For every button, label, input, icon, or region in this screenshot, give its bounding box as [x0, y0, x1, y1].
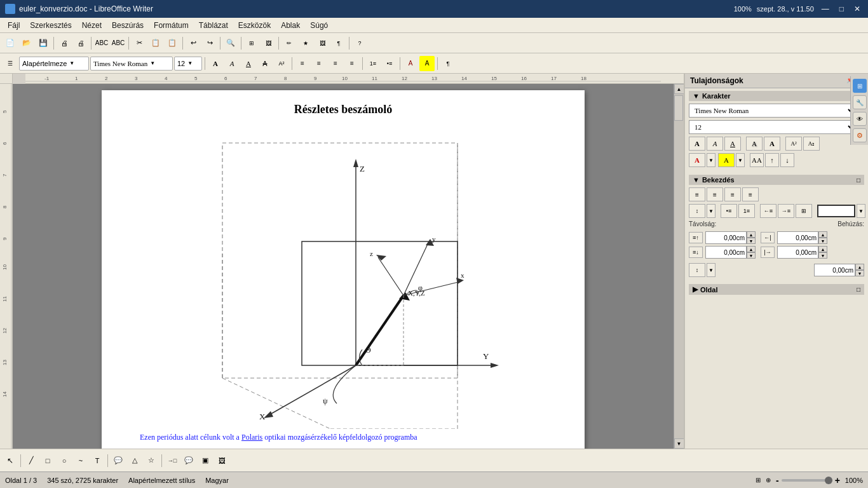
- style-list-btn[interactable]: ☰: [3, 56, 18, 71]
- aa-button2[interactable]: ↑: [765, 153, 779, 167]
- dist-input-1[interactable]: [705, 231, 747, 244]
- scroll-up-button[interactable]: ▲: [674, 84, 684, 94]
- line-spacing-down[interactable]: ▼: [855, 270, 864, 276]
- open-button[interactable]: 📂: [19, 36, 34, 51]
- strikethrough-button[interactable]: A: [257, 56, 273, 71]
- aa-button1[interactable]: AA: [750, 153, 764, 167]
- para-align-center[interactable]: ≡: [707, 187, 723, 201]
- spellcheck2-button[interactable]: ABC: [111, 36, 126, 51]
- dist-up-4[interactable]: ▲: [818, 246, 827, 252]
- align-right-button[interactable]: ≡: [328, 56, 343, 71]
- para-align-right[interactable]: ≡: [724, 187, 741, 201]
- minimize-button[interactable]: —: [819, 4, 832, 13]
- dist-up-2[interactable]: ▲: [747, 246, 756, 252]
- increase-indent-button[interactable]: →≡: [778, 204, 794, 218]
- draw-select-button[interactable]: ↖: [3, 453, 18, 468]
- insert-table-button[interactable]: ⊞: [244, 36, 259, 51]
- numbering-button[interactable]: 1≡: [365, 56, 381, 71]
- char-outline-button[interactable]: A: [764, 137, 780, 151]
- list-numbers-button[interactable]: 1≡: [738, 204, 755, 218]
- align-center-button[interactable]: ≡: [311, 56, 327, 71]
- help-button[interactable]: ?: [352, 36, 367, 51]
- draw-text-button[interactable]: T: [90, 453, 105, 468]
- karakter-section-title[interactable]: ▼ Karakter □: [689, 91, 864, 101]
- redo-button[interactable]: ↪: [202, 36, 217, 51]
- menu-window[interactable]: Ablak: [276, 20, 305, 31]
- side-icon-4[interactable]: ⚙: [853, 128, 867, 142]
- save-button[interactable]: 💾: [36, 36, 51, 51]
- insert-frame-button[interactable]: 🖼: [315, 36, 330, 51]
- highlight-color-arrow[interactable]: ▼: [736, 153, 745, 167]
- menu-format[interactable]: Formátum: [149, 20, 194, 31]
- font-color-button[interactable]: A: [403, 56, 418, 71]
- decrease-indent-button[interactable]: ←≡: [760, 204, 776, 218]
- char-shadow-button[interactable]: A: [746, 137, 763, 151]
- menu-tools[interactable]: Eszközök: [233, 20, 276, 31]
- draw-flowchart-button[interactable]: →□: [165, 453, 180, 468]
- line-spacing-button[interactable]: ↕: [689, 204, 705, 218]
- copy-button[interactable]: 📋: [148, 36, 163, 51]
- menu-help[interactable]: Súgó: [305, 20, 333, 31]
- char-underline-button[interactable]: A: [724, 137, 741, 151]
- font-select[interactable]: Times New Roman Arial Calibri: [689, 104, 857, 118]
- new-button[interactable]: 📄: [3, 36, 18, 51]
- draw-line-button[interactable]: ╱: [24, 453, 39, 468]
- zoom-slider[interactable]: [782, 479, 832, 482]
- doc-container[interactable]: Részletes beszámoló: [13, 84, 674, 449]
- font-size-select[interactable]: 12 10 14 16: [689, 120, 857, 134]
- draw-textbox-button[interactable]: ▣: [198, 453, 213, 468]
- para-align-justify[interactable]: ≡: [742, 187, 759, 201]
- paragraph-button[interactable]: ¶: [440, 56, 456, 71]
- superscript-button[interactable]: A²: [274, 56, 289, 71]
- border-arrow[interactable]: ▼: [857, 204, 865, 218]
- list-bullets-button[interactable]: •≡: [721, 204, 737, 218]
- underline-button[interactable]: A: [241, 56, 256, 71]
- line-spacing-input[interactable]: [814, 264, 855, 276]
- draw-callout2-button[interactable]: 💬: [181, 453, 196, 468]
- font-dropdown[interactable]: Times New Roman ▼: [90, 57, 173, 71]
- line-spacing-select-arrow[interactable]: ▼: [707, 263, 715, 277]
- close-button[interactable]: ✕: [851, 4, 863, 13]
- scroll-down-button[interactable]: ▼: [674, 438, 684, 449]
- maximize-button[interactable]: □: [837, 4, 846, 13]
- draw-callout-button[interactable]: 💬: [111, 453, 126, 468]
- italic-button[interactable]: A: [224, 56, 240, 71]
- scroll-thumb[interactable]: [674, 95, 683, 121]
- line-spacing-icon[interactable]: ↕: [689, 263, 705, 277]
- bekezdés-section-title[interactable]: ▼ Bekezdés □: [689, 175, 864, 185]
- font-color-arrow[interactable]: ▼: [707, 153, 715, 167]
- edit-mode-button[interactable]: ✏: [281, 36, 297, 51]
- draw-rect-button[interactable]: □: [40, 453, 55, 468]
- side-icon-1[interactable]: ⊞: [853, 79, 867, 93]
- side-icon-2[interactable]: 🔧: [853, 95, 867, 109]
- dist-down-4[interactable]: ▼: [818, 252, 827, 259]
- aa-button3[interactable]: ↓: [780, 153, 794, 167]
- print-preview-button[interactable]: 🖨: [57, 36, 72, 51]
- line-spacing-up[interactable]: ▲: [855, 264, 864, 270]
- char-italic-button[interactable]: A: [707, 137, 723, 151]
- bullets-button[interactable]: •≡: [382, 56, 397, 71]
- font-color-button2[interactable]: A: [689, 153, 705, 167]
- menu-edit[interactable]: Szerkesztés: [25, 20, 76, 31]
- highlight-color-button[interactable]: A: [718, 153, 735, 167]
- side-icon-3[interactable]: 👁: [853, 112, 867, 126]
- dist-down-2[interactable]: ▼: [747, 252, 756, 259]
- draw-ellipse-button[interactable]: ○: [57, 453, 72, 468]
- dist-input-4[interactable]: [777, 246, 818, 259]
- spellcheck-button[interactable]: ABC: [94, 36, 109, 51]
- highlight-button[interactable]: A: [419, 56, 435, 71]
- align-justify-button[interactable]: ≡: [344, 56, 360, 71]
- dist-input-3[interactable]: [777, 231, 818, 244]
- char-subscript-button[interactable]: A₂: [803, 137, 820, 151]
- draw-curve-button[interactable]: ~: [73, 453, 88, 468]
- menu-file[interactable]: Fájl: [3, 20, 25, 31]
- style-dropdown[interactable]: Alapértelmeze ▼: [19, 57, 89, 71]
- dist-up-3[interactable]: ▲: [818, 231, 827, 238]
- draw-insert-image-button[interactable]: 🖼: [214, 453, 229, 468]
- dist-down-1[interactable]: ▼: [747, 238, 756, 244]
- zoom-minus-button[interactable]: -: [776, 475, 779, 485]
- oldal-section-title[interactable]: ▶ Oldal □: [689, 284, 864, 295]
- para-align-left[interactable]: ≡: [689, 187, 705, 201]
- indent-extra-button[interactable]: ⊞: [796, 204, 812, 218]
- dist-up-1[interactable]: ▲: [747, 231, 756, 238]
